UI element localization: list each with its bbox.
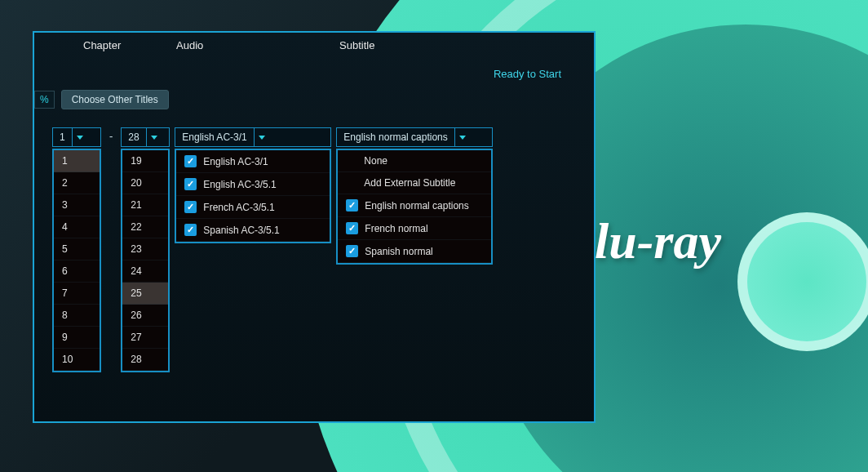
checkbox-icon: [184, 155, 197, 167]
subtitle-select[interactable]: English normal captions: [336, 127, 493, 147]
chapter-end-value: 28: [122, 131, 145, 143]
checkbox-icon: [346, 222, 358, 234]
chapter-start-option[interactable]: 5: [54, 238, 100, 260]
chapter-start-option[interactable]: 7: [54, 283, 100, 305]
status-text: Ready to Start: [34, 68, 594, 80]
chapter-end-option[interactable]: 22: [122, 216, 168, 238]
audio-dropdown[interactable]: English AC-3/1English AC-3/5.1French AC-…: [175, 149, 331, 243]
subtitle-option[interactable]: Spanish normal: [338, 240, 491, 263]
chapter-end-option[interactable]: 25: [122, 283, 168, 305]
subtitle-option-label: French normal: [365, 223, 427, 234]
chevron-down-icon: [72, 128, 88, 146]
header-subtitle: Subtitle: [328, 39, 475, 51]
chapter-end-select[interactable]: 28: [121, 127, 170, 147]
chapter-start-option[interactable]: 3: [54, 194, 100, 216]
audio-option[interactable]: French AC-3/5.1: [176, 196, 330, 219]
app-window: Chapter Audio Subtitle Ready to Start % …: [33, 31, 596, 423]
chapter-start-value: 1: [53, 131, 72, 143]
chapter-end-option[interactable]: 20: [122, 172, 168, 194]
chapter-start-option[interactable]: 9: [54, 327, 100, 349]
audio-option-label: English AC-3/1: [203, 156, 268, 167]
chapter-start-option[interactable]: 8: [54, 305, 100, 327]
audio-option-label: French AC-3/5.1: [203, 202, 274, 213]
subtitle-option-label: Spanish normal: [365, 246, 432, 257]
audio-selected-value: English AC-3/1: [175, 131, 253, 143]
audio-select[interactable]: English AC-3/1: [175, 127, 331, 147]
subtitle-option-label: None: [364, 155, 388, 167]
audio-option[interactable]: Spanish AC-3/5.1: [176, 219, 330, 242]
chevron-down-icon: [254, 128, 270, 146]
header-chapter: Chapter: [34, 39, 165, 51]
column-headers: Chapter Audio Subtitle: [34, 33, 594, 60]
audio-option-label: English AC-3/5.1: [203, 179, 276, 190]
chapter-end-option[interactable]: 23: [122, 238, 168, 260]
chapter-end-option[interactable]: 27: [122, 327, 168, 349]
chapter-start-option[interactable]: 4: [54, 216, 100, 238]
chapter-end-option[interactable]: 24: [122, 260, 168, 283]
chapter-start-option[interactable]: 6: [54, 260, 100, 283]
subtitle-option[interactable]: Add External Subtitle: [338, 172, 491, 194]
checkbox-icon: [346, 245, 358, 257]
subtitle-option-label: English normal captions: [365, 200, 468, 212]
chapter-end-option[interactable]: 26: [122, 305, 168, 327]
subtitle-option[interactable]: None: [338, 150, 491, 172]
chevron-down-icon: [146, 128, 162, 146]
chapter-range-dash: -: [106, 127, 116, 147]
checkbox-icon: [184, 224, 197, 236]
choose-other-titles-button[interactable]: Choose Other Titles: [61, 90, 169, 109]
checkbox-icon: [184, 201, 197, 213]
checkbox-icon: [184, 178, 197, 190]
audio-option[interactable]: English AC-3/1: [176, 150, 330, 173]
chevron-down-icon: [454, 128, 471, 146]
chapter-start-select[interactable]: 1: [52, 127, 101, 147]
chapter-start-option[interactable]: 2: [54, 172, 100, 194]
chapter-start-option[interactable]: 10: [54, 349, 100, 371]
subtitle-selected-value: English normal captions: [337, 131, 454, 143]
chapter-start-option[interactable]: 1: [54, 150, 100, 172]
chapter-end-option[interactable]: 28: [122, 349, 168, 371]
percent-button[interactable]: %: [34, 91, 55, 109]
chapter-start-dropdown[interactable]: 12345678910: [52, 149, 101, 372]
subtitle-option[interactable]: French normal: [338, 217, 491, 240]
header-audio: Audio: [165, 39, 328, 51]
audio-option[interactable]: English AC-3/5.1: [176, 173, 330, 196]
chapter-end-dropdown[interactable]: 19202122232425262728: [121, 149, 170, 372]
chapter-end-option[interactable]: 19: [122, 150, 168, 172]
subtitle-dropdown[interactable]: NoneAdd External SubtitleEnglish normal …: [336, 149, 493, 265]
audio-option-label: Spanish AC-3/5.1: [203, 225, 279, 236]
checkbox-icon: [346, 199, 358, 212]
chapter-end-option[interactable]: 21: [122, 194, 168, 216]
subtitle-option[interactable]: English normal captions: [338, 194, 491, 217]
subtitle-option-label: Add External Subtitle: [364, 177, 455, 189]
